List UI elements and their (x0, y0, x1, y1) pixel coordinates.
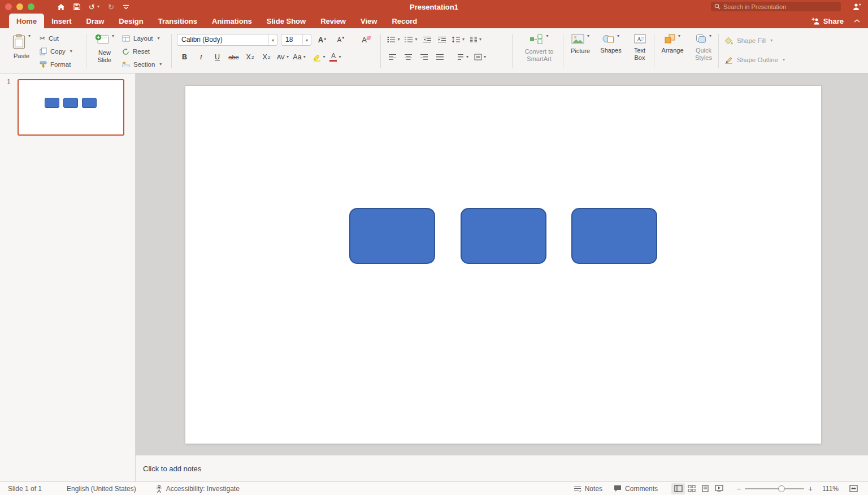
reset-button[interactable]: Reset (122, 46, 170, 57)
thumbnail-shape-1 (45, 98, 59, 108)
align-text-button[interactable]: ▾ (472, 51, 488, 63)
slide-canvas[interactable] (185, 86, 821, 444)
clear-formatting-button[interactable]: A (357, 33, 372, 46)
bold-button[interactable]: B (177, 51, 192, 63)
zoom-slider[interactable] (745, 485, 804, 493)
share-button[interactable]: Share (811, 17, 844, 25)
arrange-button[interactable]: ▾ Arrange (658, 28, 687, 73)
text-highlight-button[interactable]: ▾ (311, 51, 327, 63)
collapse-ribbon-button[interactable] (854, 19, 860, 23)
tab-design[interactable]: Design (111, 14, 150, 28)
text-box-button[interactable]: A Text Box (628, 28, 651, 73)
align-left-button[interactable] (386, 51, 400, 63)
slide-shape-3[interactable] (571, 208, 657, 264)
notes-placeholder: Click to add notes (143, 464, 201, 473)
bullets-caret-icon: ▾ (397, 37, 400, 42)
customize-toolbar-button[interactable] (123, 5, 129, 10)
tab-home[interactable]: Home (9, 14, 44, 28)
save-icon[interactable] (73, 3, 80, 10)
reading-view-button[interactable] (698, 483, 712, 494)
copy-button[interactable]: Copy ▾ (40, 46, 85, 57)
tab-view[interactable]: View (353, 14, 384, 28)
fullscreen-window-button[interactable] (28, 3, 34, 10)
tab-slide-show[interactable]: Slide Show (259, 14, 313, 28)
slide-thumbnail[interactable] (18, 79, 124, 136)
paste-button[interactable]: ▾ Paste (7, 28, 36, 60)
increase-indent-button[interactable] (436, 33, 448, 46)
columns-button[interactable]: ▾ (468, 33, 483, 46)
cut-button[interactable]: ✂ Cut (40, 33, 85, 44)
numbering-button[interactable]: ▾ (403, 33, 419, 46)
tab-insert[interactable]: Insert (44, 14, 79, 28)
thumbnail-shape-2 (63, 98, 78, 108)
picture-button[interactable]: ▾ Picture (567, 28, 593, 73)
shape-outline-button[interactable]: Shape Outline ▾ (724, 54, 804, 66)
justify-button[interactable] (433, 51, 447, 63)
new-slide-button[interactable]: ▾ New Slide (90, 28, 119, 64)
slideshow-view-button[interactable] (712, 483, 726, 494)
line-spacing-button[interactable]: ▾ (450, 33, 466, 46)
slide-shape-2[interactable] (461, 208, 546, 264)
align-right-button[interactable] (418, 51, 431, 63)
account-button[interactable] (852, 3, 861, 11)
shape-fill-label: Shape Fill (737, 37, 766, 44)
search-box[interactable] (711, 2, 841, 11)
titlebar: ↺ ▾ ↻ Presentation1 (0, 0, 868, 14)
font-size-select[interactable]: 18 ▾ (281, 34, 311, 46)
insert-group: ▾ Picture ▾ Shapes A Text Box (567, 28, 652, 73)
shape-outline-pencil-icon (724, 56, 734, 64)
italic-button[interactable]: I (193, 51, 209, 63)
decrease-font-size-button[interactable]: A▼ (333, 33, 349, 46)
zoom-level[interactable]: 111% (822, 485, 839, 493)
notes-toggle-button[interactable]: Notes (574, 485, 602, 493)
superscript-button[interactable]: X2 (242, 51, 258, 63)
underline-button[interactable]: U (210, 51, 225, 63)
tab-animations[interactable]: Animations (205, 14, 259, 28)
zoom-in-button[interactable]: + (806, 484, 814, 493)
tab-review[interactable]: Review (313, 14, 353, 28)
minimize-window-button[interactable] (16, 3, 23, 10)
tab-record[interactable]: Record (384, 14, 424, 28)
arrange-icon (665, 34, 675, 44)
change-case-button[interactable]: Aa▾ (292, 51, 307, 63)
zoom-out-button[interactable]: − (735, 484, 743, 493)
slide-shape-1[interactable] (349, 208, 435, 264)
text-box-label: Text Box (634, 47, 645, 62)
subscript-button[interactable]: X2 (259, 51, 274, 63)
accessibility-button[interactable]: Accessibility: Investigate (155, 485, 240, 493)
shape-fill-button[interactable]: Shape Fill ▾ (724, 35, 804, 46)
comments-toggle-button[interactable]: Comments (614, 485, 658, 493)
powerpoint-window: ↺ ▾ ↻ Presentation1 Home Insert Draw Des… (0, 0, 868, 495)
language-button[interactable]: English (United States) (67, 485, 136, 493)
format-painter-button[interactable]: Format (40, 59, 85, 70)
notes-pane[interactable]: Click to add notes (136, 455, 868, 481)
quick-styles-button[interactable]: ▾ Quick Styles (691, 28, 716, 73)
bullets-button[interactable]: ▾ (386, 33, 401, 46)
section-button[interactable]: Section ▾ (122, 59, 170, 70)
shapes-button[interactable]: ▾ Shapes (598, 28, 624, 73)
decrease-indent-button[interactable] (421, 33, 433, 46)
home-icon[interactable] (57, 3, 65, 11)
character-spacing-button[interactable]: AV▾ (275, 51, 290, 63)
convert-to-smartart-button[interactable]: ▾ Convert to SmartArt (516, 28, 562, 63)
layout-button[interactable]: Layout ▾ (122, 33, 170, 44)
redo-button[interactable]: ↻ (108, 3, 114, 11)
search-input[interactable] (723, 3, 837, 10)
zoom-slider-thumb[interactable] (778, 485, 785, 492)
text-direction-button[interactable]: ▾ (455, 51, 470, 63)
strikethrough-button[interactable]: abe (226, 51, 241, 63)
font-color-button[interactable]: A ▾ (328, 51, 343, 63)
increase-font-size-button[interactable]: A▲ (315, 33, 330, 46)
tab-transitions[interactable]: Transitions (151, 14, 205, 28)
align-center-button[interactable] (402, 51, 415, 63)
section-label: Section (133, 61, 155, 68)
slide-sorter-view-button[interactable] (685, 483, 698, 494)
house-icon (57, 3, 65, 11)
tab-draw[interactable]: Draw (79, 14, 112, 28)
fit-slide-to-window-button[interactable] (847, 483, 860, 494)
section-dropdown-caret-icon: ▾ (159, 62, 162, 67)
font-name-select[interactable]: Calibri (Body) ▾ (177, 34, 277, 46)
undo-button[interactable]: ↺ ▾ (89, 3, 99, 11)
close-window-button[interactable] (5, 3, 12, 10)
normal-view-button[interactable] (671, 483, 685, 494)
